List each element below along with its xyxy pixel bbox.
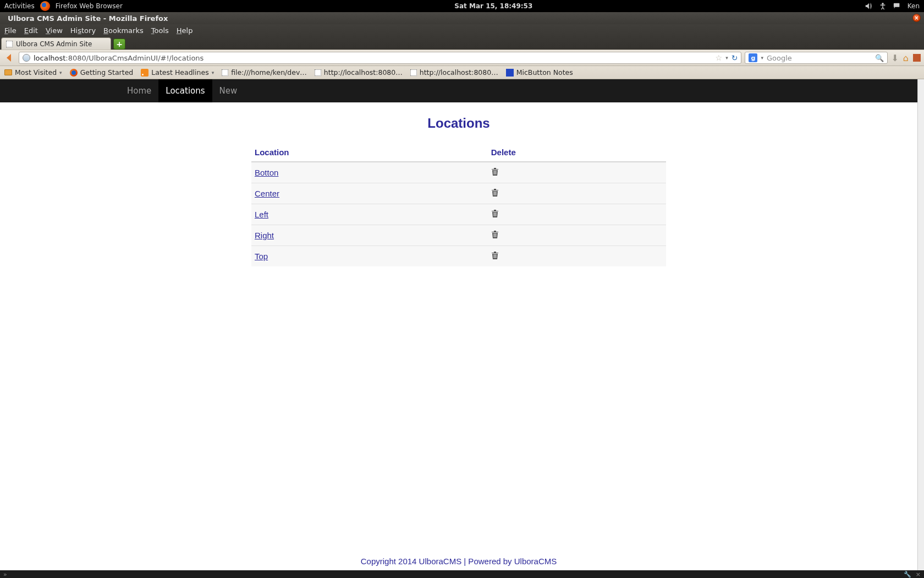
nav-locations[interactable]: Locations (158, 79, 212, 102)
menu-file[interactable]: File (4, 26, 16, 35)
location-link[interactable]: Center (255, 189, 279, 198)
vertical-scrollbar[interactable] (917, 79, 924, 570)
location-link[interactable]: Botton (255, 168, 278, 177)
bookmark-label: Most Visited (15, 68, 57, 77)
table-row: Botton (251, 162, 666, 183)
window-title: Ulbora CMS Admin Site - Mozilla Firefox (8, 14, 168, 23)
bookmark-file-link[interactable]: file:///home/ken/dev… (222, 68, 307, 77)
url-history-dropdown-icon[interactable]: ▾ (725, 55, 728, 61)
bookmark-latest-headlines[interactable]: Latest Headlines ▾ (141, 68, 214, 77)
downloads-button[interactable]: ⬇ (891, 53, 898, 63)
bookmark-label: file:///home/ken/dev… (231, 68, 307, 77)
bookmark-label: MicButton Notes (516, 68, 573, 77)
page-title: Locations (0, 116, 917, 131)
page-viewport: Home Locations New Locations Location De… (0, 79, 917, 570)
current-app-label[interactable]: Firefox Web Browser (56, 2, 123, 10)
menu-bookmarks[interactable]: Bookmarks (103, 26, 144, 35)
reload-button[interactable]: ↻ (732, 53, 738, 62)
clock[interactable]: Sat Mar 15, 18:49:53 (123, 2, 865, 10)
home-button[interactable]: ⌂ (903, 53, 909, 63)
bookmark-label: http://localhost:8080… (420, 68, 498, 77)
panel-close-icon[interactable]: × (916, 571, 921, 578)
delete-button[interactable] (491, 251, 499, 260)
table-row: Right (251, 225, 666, 246)
accessibility-icon[interactable] (879, 2, 887, 10)
nav-new[interactable]: New (212, 79, 245, 102)
url-text: localhost:8080/UlboraCmsAdminUI/#!/locat… (34, 54, 204, 62)
back-button[interactable] (3, 52, 15, 64)
firefox-icon (70, 69, 78, 77)
firefox-menubar: File Edit View History Bookmarks Tools H… (0, 24, 924, 36)
nav-home[interactable]: Home (120, 79, 158, 102)
locations-table: Location Delete BottonCenterLeftRightTop (251, 143, 666, 266)
chevron-down-icon: ▾ (59, 70, 62, 75)
search-bar[interactable]: g ▾ Google 🔍 (745, 52, 888, 64)
location-link[interactable]: Top (255, 252, 268, 261)
search-go-icon[interactable]: 🔍 (875, 54, 884, 62)
search-engine-dropdown-icon[interactable]: ▾ (761, 55, 763, 61)
page-icon (222, 69, 228, 76)
search-placeholder: Google (767, 54, 792, 62)
menu-view[interactable]: View (46, 26, 63, 35)
table-row: Left (251, 204, 666, 225)
bookmark-most-visited[interactable]: Most Visited ▾ (4, 68, 62, 77)
bookmark-micbutton-notes[interactable]: MicButton Notes (506, 68, 573, 77)
trash-icon (491, 209, 499, 218)
delete-button[interactable] (491, 167, 499, 176)
google-engine-icon[interactable]: g (749, 53, 757, 62)
navigation-toolbar: localhost:8080/UlboraCmsAdminUI/#!/locat… (0, 50, 924, 66)
bookmark-label: Latest Headlines (151, 68, 208, 77)
trash-icon (491, 230, 499, 239)
wrench-icon[interactable]: 🔧 (904, 571, 911, 578)
bookmark-getting-started[interactable]: Getting Started (70, 68, 134, 77)
chevron-down-icon: ▾ (212, 70, 215, 75)
bookmarks-toolbar: Most Visited ▾ Getting Started Latest He… (0, 66, 924, 79)
folder-icon (4, 69, 12, 75)
bookmark-localhost-1[interactable]: http://localhost:8080… (315, 68, 403, 77)
note-icon (506, 69, 514, 77)
location-link[interactable]: Left (255, 210, 268, 219)
tab-title: Ulbora CMS Admin Site (16, 40, 92, 48)
location-link[interactable]: Right (255, 231, 274, 240)
page-footer: Copyright 2014 UlboraCMS | Powered by Ul… (0, 552, 917, 570)
menu-help[interactable]: Help (177, 26, 193, 35)
page-icon (410, 69, 417, 76)
svg-point-0 (882, 3, 884, 5)
site-identity-icon[interactable] (23, 54, 30, 62)
window-titlebar: Ulbora CMS Admin Site - Mozilla Firefox … (0, 12, 924, 24)
gnome-top-panel: Activities Firefox Web Browser Sat Mar 1… (0, 0, 924, 12)
activities-button[interactable]: Activities (4, 2, 35, 10)
app-navbar: Home Locations New (0, 79, 917, 102)
page-icon (315, 69, 321, 76)
col-header-location: Location (251, 143, 488, 162)
page-icon (6, 41, 13, 47)
browser-tab[interactable]: Ulbora CMS Admin Site (1, 37, 111, 50)
delete-button[interactable] (491, 209, 499, 218)
delete-button[interactable] (491, 188, 499, 197)
delete-button[interactable] (491, 230, 499, 239)
addon-button[interactable] (913, 54, 921, 62)
chat-icon[interactable] (893, 2, 901, 10)
trash-icon (491, 188, 499, 197)
col-header-delete: Delete (488, 143, 666, 162)
new-tab-button[interactable]: + (113, 39, 125, 50)
volume-icon[interactable] (865, 2, 872, 10)
table-row: Center (251, 183, 666, 204)
window-close-button[interactable]: × (912, 14, 921, 22)
menu-tools[interactable]: Tools (151, 26, 169, 35)
bookmark-localhost-2[interactable]: http://localhost:8080… (410, 68, 498, 77)
tab-strip: Ulbora CMS Admin Site + (0, 36, 924, 50)
url-bar[interactable]: localhost:8080/UlboraCmsAdminUI/#!/locat… (19, 52, 741, 64)
bookmark-label: Getting Started (80, 68, 134, 77)
bookmark-label: http://localhost:8080… (324, 68, 403, 77)
menu-edit[interactable]: Edit (24, 26, 38, 35)
menu-history[interactable]: History (70, 26, 96, 35)
rss-icon (141, 69, 148, 77)
bookmark-star-icon[interactable]: ☆ (716, 53, 723, 62)
table-row: Top (251, 246, 666, 267)
trash-icon (491, 167, 499, 176)
panel-expand-icon[interactable]: » (3, 571, 7, 578)
user-menu[interactable]: Ken (908, 2, 920, 10)
svg-rect-1 (894, 3, 900, 7)
firefox-icon[interactable] (40, 1, 50, 11)
